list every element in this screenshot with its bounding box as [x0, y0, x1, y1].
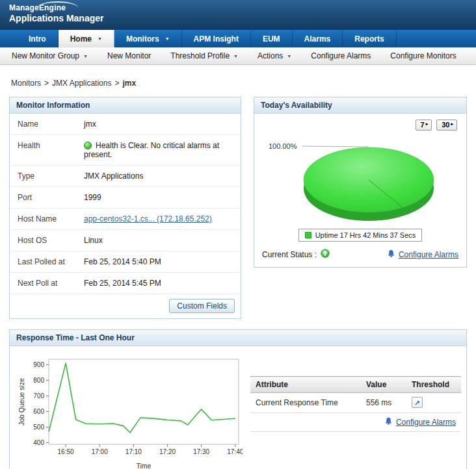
table-row: Current Response Time 556 ms [250, 393, 461, 413]
tab-intro[interactable]: Intro [17, 30, 59, 47]
response-line-chart: 40050060070080090016:5017:0017:1017:2017… [15, 351, 243, 469]
availability-body: 7 30 100.00% Uptime 17 Hrs 42 Mins 37 Se… [254, 114, 466, 267]
app-title: Applications Manager [9, 13, 476, 23]
custom-fields-button[interactable]: Custom Fields [169, 299, 235, 313]
menu-label: Actions [258, 51, 283, 60]
monitor-info-row: Next Poll at Feb 25, 2014 5:45 PM [10, 273, 241, 294]
tab-label: Reports [354, 34, 384, 44]
field-value: jmx [83, 114, 241, 134]
threshold-profile-menu[interactable]: Threshold Profile▼ [170, 51, 238, 60]
field-label: Host Name [10, 209, 83, 229]
svg-text:600: 600 [33, 408, 44, 415]
actions-menu[interactable]: Actions▼ [258, 51, 291, 60]
menu-label: Threshold Profile [170, 51, 230, 60]
menu-label: New Monitor Group [12, 51, 79, 60]
field-value: Linux [83, 230, 241, 251]
monitor-info-row: Health Health is Clear. No critical alar… [10, 135, 241, 166]
current-status-label: Current Status : [262, 250, 317, 259]
svg-text:100.00%: 100.00% [269, 142, 297, 150]
chevron-down-icon[interactable]: ▼ [98, 36, 102, 41]
tab-apm-insight[interactable]: APM Insight [182, 30, 251, 47]
monitor-info-footer: Custom Fields [10, 294, 241, 318]
manageengine-logo: ManageEngine [9, 3, 66, 12]
configure-alarms-link-availability[interactable]: Configure Alarms [399, 250, 458, 259]
field-label: Name [10, 114, 83, 134]
tab-label: Monitors [126, 34, 159, 44]
period-30-days-button[interactable]: 30 [436, 120, 457, 131]
breadcrumb-separator: > [44, 79, 49, 88]
svg-text:17:40: 17:40 [227, 448, 243, 455]
monitor-info-row: Host OS Linux [10, 230, 241, 251]
svg-text:400: 400 [33, 439, 44, 446]
panel-title: Response Time - Last One Hour [10, 330, 466, 346]
tab-alarms[interactable]: Alarms [293, 30, 343, 47]
breadcrumb-jmx-applications[interactable]: JMX Applications [52, 79, 111, 88]
health-text: Health is Clear. No critical alarms at p… [84, 141, 219, 159]
status-row: Current Status : Configure Alarms [261, 247, 460, 263]
field-value: JMX Applications [83, 166, 241, 186]
attribute-table-wrap: Attribute Value Threshold Current Respon… [250, 376, 461, 469]
page-content: Monitor Information Name jmx Health Heal… [0, 97, 476, 469]
tab-label: Alarms [304, 34, 331, 44]
svg-text:17:00: 17:00 [92, 448, 108, 455]
field-label: Type [10, 166, 83, 186]
configure-alarms-link[interactable]: Configure Alarms [311, 51, 371, 60]
svg-text:800: 800 [33, 377, 44, 384]
col-header-threshold: Threshold [406, 377, 461, 393]
top-brand-bar: ManageEngine Applications Manager [0, 0, 476, 30]
monitor-info-row: Type JMX Applications [10, 166, 241, 187]
panel-title: Monitor Information [10, 97, 241, 114]
main-nav-tabs: Intro Home▼ Monitors▼ APM Insight EUM Al… [0, 30, 476, 47]
tab-eum[interactable]: EUM [251, 30, 293, 47]
menu-label: Configure Alarms [311, 51, 371, 60]
svg-text:17:20: 17:20 [159, 448, 176, 455]
period-buttons: 7 30 [261, 118, 460, 131]
tab-home[interactable]: Home▼ [59, 30, 114, 47]
panel-todays-availability: Today's Availability 7 30 100.00% Uptime… [254, 97, 467, 268]
associate-threshold-icon[interactable] [412, 397, 423, 408]
col-header-value: Value [361, 377, 406, 393]
panel-response-time: Response Time - Last One Hour 4005006007… [9, 329, 467, 469]
configure-monitors-link[interactable]: Configure Monitors [390, 51, 456, 60]
tab-reports[interactable]: Reports [343, 30, 396, 47]
field-label: Next Poll at [10, 273, 83, 294]
svg-text:900: 900 [33, 361, 44, 368]
action-toolbar: New Monitor Group▼ New Monitor Threshold… [0, 47, 476, 65]
svg-text:500: 500 [33, 424, 44, 431]
monitor-info-row: Host Name app-centos32-1.cs... (172.18.6… [10, 209, 241, 230]
menu-label: New Monitor [107, 51, 151, 60]
tab-label: EUM [263, 34, 280, 44]
field-value: Feb 25, 2014 5:40 PM [83, 251, 241, 272]
chevron-down-icon: ▼ [287, 54, 291, 58]
field-label: Health [10, 135, 83, 165]
breadcrumb-monitors[interactable]: Monitors [11, 79, 41, 88]
uptime-legend-label: Uptime 17 Hrs 42 Mins 37 Secs [315, 231, 416, 239]
svg-text:17:30: 17:30 [193, 448, 209, 455]
monitor-info-row: Name jmx [10, 114, 241, 135]
attribute-value: 556 ms [361, 393, 406, 413]
chevron-down-icon[interactable]: ▼ [165, 36, 170, 41]
breadcrumb-separator: > [114, 79, 119, 88]
tab-label: APM Insight [194, 34, 239, 44]
field-value: Health is Clear. No critical alarms at p… [83, 135, 241, 165]
attribute-table: Attribute Value Threshold Current Respon… [250, 376, 461, 432]
tab-label: Intro [29, 34, 46, 44]
tab-monitors[interactable]: Monitors▼ [114, 30, 182, 47]
new-monitor-link[interactable]: New Monitor [107, 51, 151, 60]
table-row: Configure Alarms [250, 412, 461, 431]
breadcrumb-current: jmx [122, 79, 136, 88]
col-header-attribute: Attribute [250, 377, 361, 393]
new-monitor-group-menu[interactable]: New Monitor Group▼ [12, 51, 88, 60]
logo-swoosh-icon [38, 1, 78, 8]
attribute-name: Current Response Time [250, 393, 361, 413]
uptime-legend-swatch [305, 232, 311, 238]
period-7-days-button[interactable]: 7 [416, 120, 432, 131]
host-name-link[interactable]: app-centos32-1.cs... (172.18.65.252) [84, 214, 212, 223]
field-label: Last Polled at [10, 251, 83, 272]
alarm-bell-icon [387, 249, 395, 260]
status-up-icon [321, 249, 330, 260]
availability-pie-chart: 100.00% [261, 131, 460, 227]
health-clear-icon [84, 142, 92, 149]
svg-text:17:10: 17:10 [126, 448, 142, 455]
configure-alarms-link-response[interactable]: Configure Alarms [396, 418, 456, 427]
